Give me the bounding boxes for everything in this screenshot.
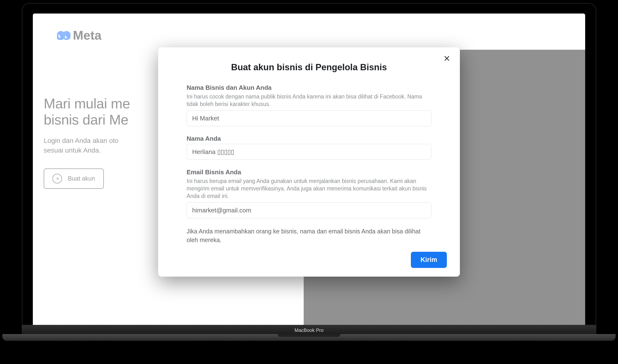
device-label: MacBook Pro: [295, 327, 323, 333]
your-name-input[interactable]: [187, 144, 431, 160]
field-business-name: Nama Bisnis dan Akun Anda Ini harus coco…: [170, 84, 448, 126]
screen-bezel: Meta Mari mulai me bisnis dari Me Login …: [22, 3, 596, 325]
modal-title: Buat akun bisnis di Pengelola Bisnis: [170, 62, 448, 72]
email-hint: Ini harus berupa email yang Anda gunakan…: [187, 177, 431, 200]
business-name-input[interactable]: [187, 110, 431, 126]
laptop-frame: Meta Mari mulai me bisnis dari Me Login …: [22, 3, 596, 335]
email-label: Email Bisnis Anda: [187, 169, 431, 176]
screen: Meta Mari mulai me bisnis dari Me Login …: [33, 13, 585, 325]
create-business-modal: Buat akun bisnis di Pengelola Bisnis Nam…: [158, 47, 460, 277]
laptop-body: MacBook Pro: [22, 325, 596, 335]
field-email: Email Bisnis Anda Ini harus berupa email…: [170, 169, 448, 218]
business-name-hint: Ini harus cocok dengan nama publik bisni…: [187, 93, 431, 108]
laptop-base: [2, 334, 616, 341]
disclaimer-text: Jika Anda menambahkan orang ke bisnis, n…: [170, 227, 448, 245]
submit-button[interactable]: Kirim: [411, 252, 447, 268]
your-name-label: Nama Anda: [187, 135, 431, 143]
laptop-notch-cut: [278, 334, 340, 337]
business-name-label: Nama Bisnis dan Akun Anda: [187, 84, 431, 91]
field-your-name: Nama Anda: [170, 135, 448, 160]
close-icon: [443, 55, 450, 62]
email-input[interactable]: [187, 202, 431, 218]
close-button[interactable]: [441, 53, 452, 64]
modal-footer: Kirim: [170, 252, 448, 268]
